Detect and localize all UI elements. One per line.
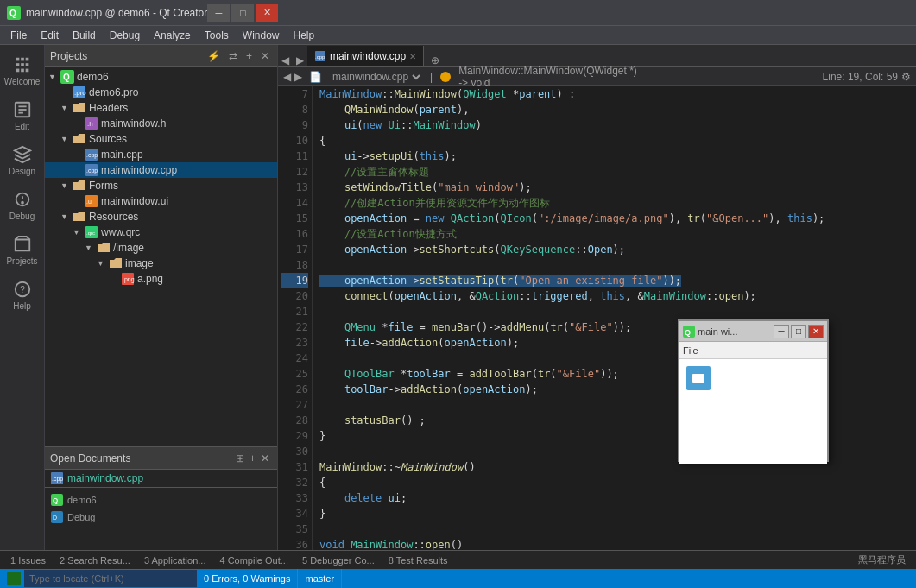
bottom-tab-compile[interactable]: 4 Compile Out... bbox=[212, 553, 294, 567]
sidebar-icons: Welcome Edit Design Debug Projects ? Hel… bbox=[0, 45, 45, 550]
tree-item-image-root[interactable]: ▼ /image bbox=[45, 240, 277, 256]
sidebar-help[interactable]: ? Help bbox=[2, 273, 43, 318]
float-menu-item[interactable]: File bbox=[683, 345, 698, 356]
sidebar-edit[interactable]: Edit bbox=[2, 93, 43, 138]
header-file-icon: .h bbox=[85, 117, 98, 130]
tree-item-apng[interactable]: .png a.png bbox=[45, 271, 277, 287]
tree-item-resources[interactable]: ▼ Resources bbox=[45, 209, 277, 224]
float-restore-button[interactable]: □ bbox=[791, 325, 806, 338]
tree-label: mainwindow.ui bbox=[101, 195, 168, 207]
sidebar-debug[interactable]: Debug bbox=[2, 183, 43, 228]
sidebar-design[interactable]: Design bbox=[2, 138, 43, 183]
sync-button[interactable]: ⇄ bbox=[226, 49, 240, 63]
arrow-icon: ▼ bbox=[48, 73, 60, 81]
svg-rect-6 bbox=[21, 63, 24, 66]
tree-label: main.cpp bbox=[101, 149, 143, 161]
status-bar: 0 Errors, 0 Warnings master bbox=[0, 569, 916, 588]
editor-nav-forward[interactable]: ▶ bbox=[294, 71, 302, 83]
svg-text:.pro: .pro bbox=[74, 89, 86, 97]
project-toolbar: Projects ⚡ ⇄ + ✕ bbox=[45, 45, 277, 67]
bottom-tab-debugger[interactable]: 5 Debugger Co... bbox=[295, 553, 382, 567]
open-docs-panel: Open Documents ⊞ + ✕ .cpp mainwindow.cpp… bbox=[45, 446, 277, 550]
bottom-tab-issues[interactable]: 1 Issues bbox=[3, 553, 53, 567]
tree-label: mainwindow.cpp bbox=[101, 164, 177, 176]
add-doc-button[interactable]: + bbox=[247, 452, 258, 465]
mini-debug-item[interactable]: D Debug bbox=[45, 509, 277, 526]
tree-item-mainwindowh[interactable]: .h mainwindow.h bbox=[45, 116, 277, 131]
mini-demo6-label: demo6 bbox=[67, 495, 97, 505]
svg-rect-2 bbox=[16, 58, 19, 61]
tree-item-maincpp[interactable]: .cpp main.cpp bbox=[45, 147, 277, 162]
svg-text:Q: Q bbox=[685, 328, 691, 337]
tree-item-wwwqrc[interactable]: ▼ .qrc www.qrc bbox=[45, 224, 277, 240]
tree-label: a.png bbox=[137, 273, 163, 285]
svg-rect-9 bbox=[21, 69, 24, 73]
project-panel-title: Projects bbox=[50, 50, 201, 62]
svg-rect-8 bbox=[16, 69, 19, 73]
float-minimize-button[interactable]: ─ bbox=[774, 325, 789, 338]
filter-button[interactable]: ⚡ bbox=[205, 49, 223, 63]
issues-count[interactable]: 0 Errors, 0 Warnings bbox=[197, 569, 298, 588]
bottom-tab-app[interactable]: 3 Application... bbox=[137, 553, 213, 567]
minimize-button[interactable]: ─ bbox=[207, 4, 230, 22]
menu-debug[interactable]: Debug bbox=[103, 28, 147, 43]
maximize-button[interactable]: □ bbox=[231, 4, 254, 22]
settings-button[interactable]: ⚙ bbox=[901, 71, 911, 83]
bottom-tab-tests[interactable]: 8 Test Results bbox=[382, 553, 455, 567]
editor-nav-back[interactable]: ◀ bbox=[283, 71, 291, 83]
status-icon bbox=[7, 572, 21, 585]
bottom-tab-search[interactable]: 2 Search Resu... bbox=[53, 553, 137, 567]
open-doc-label: mainwindow.cpp bbox=[67, 472, 143, 484]
folder-icon bbox=[73, 101, 86, 115]
menu-edit[interactable]: Edit bbox=[34, 28, 66, 43]
close-button[interactable]: ✕ bbox=[256, 4, 278, 22]
menu-build[interactable]: Build bbox=[66, 28, 103, 43]
float-close-button[interactable]: ✕ bbox=[808, 325, 824, 338]
function-icon bbox=[439, 71, 452, 83]
menu-window[interactable]: Window bbox=[236, 28, 287, 43]
tree-item-forms[interactable]: ▼ Forms bbox=[45, 178, 277, 193]
tree-item-headers[interactable]: ▼ Headers bbox=[45, 100, 277, 116]
tree-item-mainwindowcpp[interactable]: .cpp mainwindow.cpp bbox=[45, 162, 277, 178]
sidebar-welcome[interactable]: Welcome bbox=[2, 48, 43, 93]
mini-demo6-item[interactable]: Q demo6 bbox=[45, 491, 277, 509]
menu-help[interactable]: Help bbox=[287, 28, 322, 43]
menu-tools[interactable]: Tools bbox=[198, 28, 236, 43]
nav-forward-button[interactable]: ▶ bbox=[293, 54, 307, 66]
search-input[interactable] bbox=[24, 570, 197, 587]
folder-icon bbox=[97, 241, 111, 255]
float-preview-window[interactable]: Q main wi... ─ □ ✕ File bbox=[678, 319, 829, 462]
menu-analyze[interactable]: Analyze bbox=[147, 28, 198, 43]
close-panel-button[interactable]: ✕ bbox=[258, 49, 272, 63]
folder-icon bbox=[73, 179, 86, 193]
tree-label: mainwindow.h bbox=[101, 117, 166, 130]
svg-point-17 bbox=[22, 202, 23, 204]
arrow-icon: ▼ bbox=[60, 212, 73, 221]
svg-text:.png: .png bbox=[123, 276, 135, 283]
tree-item-mainwindowui[interactable]: .ui mainwindow.ui bbox=[45, 193, 277, 209]
tab-close-button[interactable]: ✕ bbox=[409, 52, 416, 61]
split-button[interactable]: ⊞ bbox=[233, 452, 247, 465]
open-doc-mainwindow[interactable]: .cpp mainwindow.cpp bbox=[45, 470, 277, 487]
sidebar-projects[interactable]: Projects bbox=[2, 228, 43, 273]
edit-label: Edit bbox=[15, 122, 29, 131]
file-selector[interactable]: mainwindow.cpp bbox=[329, 70, 423, 84]
float-title-bar: Q main wi... ─ □ ✕ bbox=[679, 321, 827, 342]
location-info: Line: 19, Col: 59 bbox=[823, 71, 898, 83]
new-tab-button[interactable]: ⊕ bbox=[427, 54, 443, 66]
pro-file-icon: .pro bbox=[73, 85, 86, 99]
tree-item-sources[interactable]: ▼ Sources bbox=[45, 131, 277, 147]
float-menu-bar: File bbox=[679, 342, 827, 359]
nav-back-button[interactable]: ◀ bbox=[278, 54, 293, 66]
tab-mainwindow-cpp[interactable]: .cpp mainwindow.cpp ✕ bbox=[307, 46, 424, 66]
code-editor: 789101112 131415161718 192021 2223242526… bbox=[278, 86, 916, 550]
add-button[interactable]: + bbox=[243, 49, 255, 63]
tree-item-image-subfolder[interactable]: ▼ image bbox=[45, 256, 277, 271]
close-docs-button[interactable]: ✕ bbox=[258, 452, 272, 465]
menu-file[interactable]: File bbox=[3, 28, 34, 43]
code-content[interactable]: MainWindow::MainWindow(QWidget *parent) … bbox=[313, 86, 916, 550]
line-numbers: 789101112 131415161718 192021 2223242526… bbox=[278, 86, 313, 550]
tree-item-demo6pro[interactable]: .pro demo6.pro bbox=[45, 85, 277, 100]
tree-item-demo6[interactable]: ▼ Q demo6 bbox=[45, 69, 277, 85]
git-branch[interactable]: master bbox=[298, 569, 342, 588]
